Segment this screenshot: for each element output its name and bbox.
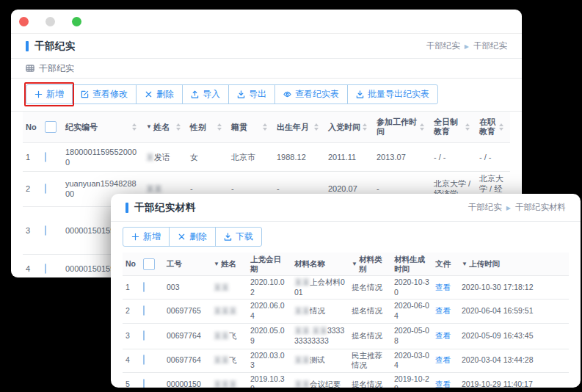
table-cell: 查看 [432,305,459,318]
filter-icon[interactable]: ▼ [146,123,152,130]
column-header-label: 工号 [167,259,182,268]
column-header-label: 在职教育 [479,117,499,136]
table-cell [42,150,62,164]
column-header[interactable]: 入党时间 [325,123,374,132]
table-header-row: No工号▼姓名上党会日期材料名称▼材料类别材料生成时间文件▼上传时间 [123,253,569,276]
toolbar-button-label: 下载 [236,231,253,243]
toolbar-button-label: 新增 [143,231,161,243]
toolbar-button[interactable]: 删除 [137,85,183,104]
column-header[interactable]: ▼姓名 [211,259,247,268]
table-cell: 某某飞 [211,330,247,343]
row-checkbox[interactable] [45,264,46,274]
edit-icon [81,90,89,98]
sort-icon[interactable] [217,123,222,131]
table-cell: 1988.12 [274,150,325,164]
filter-icon[interactable]: ▼ [352,261,357,267]
table-cell [140,354,164,367]
filter-icon[interactable]: ▼ [214,261,219,267]
row-checkbox[interactable] [143,282,145,292]
column-header[interactable]: 材料名称 [291,259,349,268]
column-header[interactable]: 出生年月 [274,123,325,132]
column-header[interactable]: 籍贯 [228,123,274,132]
eye-icon [283,90,291,98]
sort-icon[interactable] [132,123,137,131]
view-link[interactable]: 查看 [435,331,451,340]
table-cell: 2020.06.04 [247,300,291,322]
filter-icon[interactable]: ▼ [462,261,468,267]
toolbar-button[interactable]: 查看纪实表 [275,85,348,104]
column-header[interactable]: 纪实编号 [62,123,143,132]
row-checkbox[interactable] [45,225,46,236]
row-checkbox[interactable] [143,355,145,365]
column-header[interactable]: ▼上传时间 [459,259,569,268]
sort-icon[interactable] [176,123,181,131]
toolbar-button[interactable]: 导出 [229,85,275,104]
table-cell: 查看 [432,378,459,388]
column-header-label: No [126,259,136,268]
toolbar-button-label: 查看修改 [92,88,128,101]
column-header[interactable]: 工号 [164,259,211,268]
table-cell: 2013.07 [374,150,431,164]
breadcrumb-item[interactable]: 干部纪实材料 [515,202,566,213]
column-header-label: 入党时间 [328,123,360,132]
table-cell: 提名情况 [349,305,391,318]
select-all-checkbox[interactable] [45,121,57,133]
column-header-label: 姓名 [153,123,170,132]
toolbar-button[interactable]: 新增 [26,85,73,104]
close-window-button[interactable] [19,17,29,26]
table-cell [42,224,62,237]
toolbar-button-label: 导出 [249,88,266,101]
table-cell: 某发语 [143,150,187,164]
sort-icon[interactable] [263,123,267,131]
toolbar-button[interactable]: 下载 [216,228,261,246]
toolbar-button[interactable]: 批量导出纪实表 [348,85,437,104]
column-header[interactable]: 参加工作时间 [374,117,431,136]
table-cell: 2020.10.02 [247,276,291,299]
select-all-checkbox[interactable] [143,258,155,270]
toolbar-button[interactable]: 导入 [183,85,229,104]
column-header[interactable]: ▼姓名 [143,123,187,132]
toolbar: 新增查看修改删除导入导出查看纪实表批量导出纪实表 [11,79,522,112]
column-header[interactable]: 文件 [432,259,459,268]
column-header[interactable]: No [123,259,140,268]
view-link[interactable]: 查看 [435,306,451,315]
toolbar-button[interactable]: 新增 [123,228,170,246]
sort-icon[interactable] [420,123,424,131]
table-cell [42,182,62,195]
row-checkbox[interactable] [143,305,145,316]
sort-icon[interactable] [314,123,319,131]
breadcrumb-arrow-icon: ▶ [506,205,511,211]
view-link[interactable]: 查看 [435,355,451,364]
row-checkbox[interactable] [143,379,145,388]
breadcrumb-item[interactable]: 干部纪实 [426,40,460,51]
view-link[interactable]: 查看 [435,283,451,291]
column-header[interactable]: 性别 [187,123,228,132]
sort-icon[interactable] [499,123,503,131]
table-cell: 1 [123,281,140,294]
window-titlebar [11,10,522,34]
column-header[interactable]: 全日制教育 [431,117,476,136]
column-header[interactable]: 在职教育 [476,117,510,136]
breadcrumb-item[interactable]: 干部纪实 [473,40,507,51]
column-header[interactable]: ▼材料类别 [349,255,391,272]
table-cell [140,305,164,318]
view-link[interactable]: 查看 [435,380,451,388]
sort-icon[interactable] [363,123,367,131]
column-header[interactable]: No [23,123,42,132]
minimize-window-button[interactable] [46,17,55,26]
column-header-label: No [26,123,37,132]
table-cell: 00697765 [164,305,211,318]
table-cell: 2020-10-30 17:18:12 [459,281,569,294]
toolbar-button[interactable]: 查看修改 [73,85,137,104]
breadcrumb-item[interactable]: 干部纪实 [468,202,502,213]
row-checkbox[interactable] [45,184,46,194]
column-header[interactable]: 材料生成时间 [391,255,432,272]
row-checkbox[interactable] [143,330,145,341]
column-header[interactable]: 上党会日期 [247,255,291,272]
toolbar-button[interactable]: 删除 [170,228,216,246]
maximize-window-button[interactable] [72,17,81,26]
table-cell: 某某 某某333333333333 [291,324,349,347]
sort-icon[interactable] [465,123,470,131]
row-checkbox[interactable] [45,152,46,162]
section-title: 干部纪实 [39,62,74,75]
